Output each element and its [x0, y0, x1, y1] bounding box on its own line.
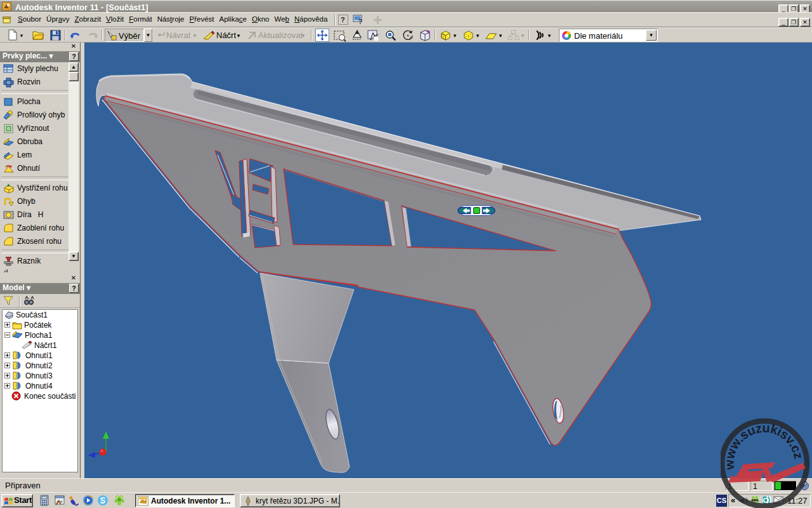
svg-text:?: ? — [341, 16, 345, 23]
svg-text:?: ? — [358, 18, 362, 25]
